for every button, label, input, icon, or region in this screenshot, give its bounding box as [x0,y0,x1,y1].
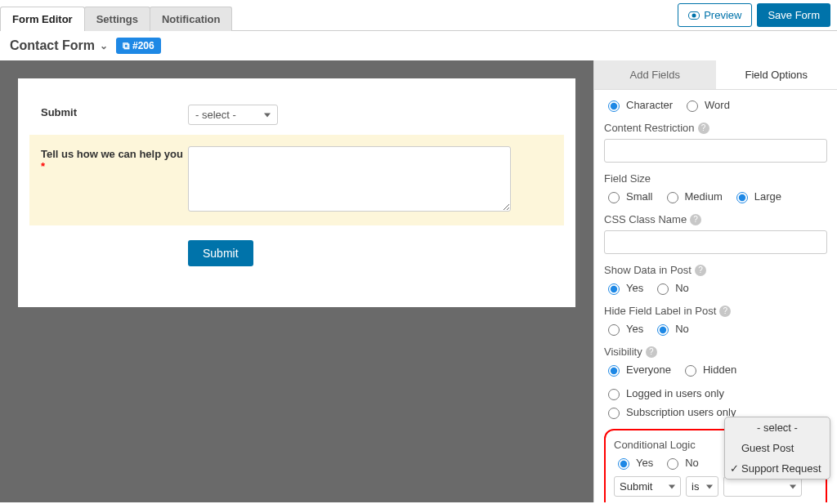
tab-settings[interactable]: Settings [84,7,150,31]
field-submit-select[interactable]: - select - [188,105,278,125]
radio-showdata-yes[interactable]: Yes [604,281,643,295]
radio-vis-hidden[interactable]: Hidden [681,363,736,377]
radio-vis-everyone[interactable]: Everyone [604,363,671,377]
input-css-class[interactable] [604,230,827,254]
submit-button[interactable]: Submit [188,240,253,266]
radio-size-medium[interactable]: Medium [663,190,723,203]
label-field-size: Field Size [604,172,827,185]
tab-notification[interactable]: Notification [150,7,233,31]
help-icon[interactable]: ? [719,306,731,317]
radio-size-small[interactable]: Small [604,190,653,203]
radio-cond-no[interactable]: No [663,456,699,470]
preview-label: Preview [704,9,741,21]
required-mark: * [41,160,45,172]
radio-character[interactable]: Character [604,98,673,112]
cond-field-select[interactable]: Submit [614,476,681,497]
dropdown-option-support-request[interactable]: Support Request [725,458,830,479]
field-submit-label: Submit [41,105,188,125]
help-icon[interactable]: ? [646,346,657,358]
dropdown-option-select[interactable]: - select - [725,417,830,438]
label-hide-field-label: Hide Field Label in Post ? [604,305,827,317]
sidebar: Add Fields Field Options Character Word … [593,60,837,502]
sidebar-tab-add-fields[interactable]: Add Fields [594,60,716,89]
chevron-down-icon: ⌄ [100,40,108,51]
radio-size-large[interactable]: Large [732,190,781,203]
help-icon[interactable]: ? [695,265,706,276]
form-canvas: Submit - select - Tell us how we can hel… [18,78,575,307]
form-id-text: #206 [132,40,154,51]
radio-hidelabel-no[interactable]: No [653,322,689,336]
cond-operator-select[interactable]: is [686,476,718,497]
input-content-restriction[interactable] [604,139,827,163]
form-name[interactable]: Contact Form ⌄ [10,38,108,53]
field-submit[interactable]: Submit - select - [41,95,553,135]
label-show-data: Show Data in Post ? [604,264,827,276]
radio-vis-logged[interactable]: Logged in users only [604,386,724,400]
label-content-restriction: Content Restriction ? [604,122,827,134]
help-icon[interactable]: ? [698,123,709,134]
label-visibility: Visibility ? [604,346,827,358]
preview-button[interactable]: Preview [678,3,752,27]
copy-icon: ⧉ [123,40,130,51]
radio-word[interactable]: Word [683,98,730,112]
sidebar-tab-field-options[interactable]: Field Options [716,60,838,89]
radio-showdata-no[interactable]: No [653,281,689,295]
radio-cond-yes[interactable]: Yes [614,456,653,470]
help-icon[interactable]: ? [690,214,701,225]
radio-hidelabel-yes[interactable]: Yes [604,322,643,336]
form-id-badge[interactable]: ⧉ #206 [116,38,161,54]
radio-vis-subscription[interactable]: Subscription users only [604,405,736,419]
form-canvas-area: Submit - select - Tell us how we can hel… [0,60,593,502]
dropdown-option-guest-post[interactable]: Guest Post [725,438,830,458]
eye-icon [688,11,700,20]
label-css-class: CSS Class Name ? [604,213,827,225]
field-help-label: Tell us how we can help you * [41,146,188,214]
form-name-label: Contact Form [10,38,95,53]
save-form-button[interactable]: Save Form [757,3,830,27]
tab-form-editor[interactable]: Form Editor [0,7,85,31]
field-help-message[interactable]: Tell us how we can help you * [29,135,564,225]
field-help-textarea[interactable] [188,146,511,212]
cond-value-dropdown: - select - Guest Post Support Request [724,417,830,479]
